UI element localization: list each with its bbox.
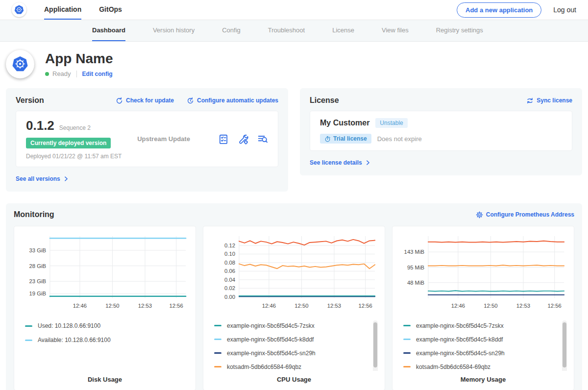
legend-color-dash — [403, 325, 411, 326]
refresh-icon — [116, 97, 123, 104]
tab-registry-settings[interactable]: Registry settings — [436, 20, 483, 41]
trial-license-badge: Trial license — [320, 134, 371, 144]
version-source: Upstream Update — [137, 135, 218, 143]
legend-scrollbar-track[interactable] — [562, 320, 567, 371]
svg-text:12:50: 12:50 — [105, 303, 119, 309]
legend-item: example-nginx-5bc6f5d4c5-7zskx — [403, 321, 555, 330]
legend-color-dash — [214, 339, 221, 340]
monitoring-title: Monitoring — [14, 210, 54, 219]
legend-label: example-nginx-5bc6f5d4c5-sn29h — [227, 350, 316, 357]
deployed-badge: Currently deployed version — [26, 138, 111, 148]
legend-label: example-nginx-5bc6f5d4c5-k8ddf — [416, 336, 503, 343]
cards-row: Version Check for update Configure autom… — [6, 88, 582, 192]
legend-color-dash — [403, 352, 411, 354]
tab-config[interactable]: Config — [222, 20, 241, 41]
legend-scrollbar-track[interactable] — [373, 320, 378, 371]
svg-text:33 GiB: 33 GiB — [29, 247, 47, 253]
configure-automatic-updates-link[interactable]: Configure automatic updates — [187, 97, 278, 104]
svg-text:0.00: 0.00 — [224, 294, 235, 300]
monitoring-section: Monitoring Configure Prometheus Address … — [6, 203, 582, 390]
tab-dashboard-label: Dashboard — [92, 26, 125, 34]
tab-application-label: Application — [44, 5, 81, 13]
legend-label: Available: 10.128.0.66:9100 — [38, 337, 111, 343]
svg-text:12:53: 12:53 — [327, 303, 341, 309]
chevron-right-icon — [63, 176, 69, 182]
svg-text:48 MiB: 48 MiB — [407, 280, 424, 286]
license-detail-row: My Customer Unstable Trial license Does … — [310, 111, 572, 151]
svg-text:28 GiB: 28 GiB — [29, 263, 47, 269]
top-nav-spacer — [122, 0, 457, 20]
check-for-update-link[interactable]: Check for update — [116, 97, 174, 104]
sync-license-link[interactable]: Sync license — [526, 97, 572, 104]
tab-troubleshoot[interactable]: Troubleshoot — [268, 20, 305, 41]
gear-icon — [476, 211, 483, 219]
edit-config-icon[interactable] — [238, 134, 248, 145]
svg-text:12:56: 12:56 — [359, 303, 372, 309]
legend-label: Used: 10.128.0.66:9100 — [38, 322, 100, 329]
divider — [76, 71, 77, 77]
chart-title: Disk Usage — [20, 371, 190, 383]
see-license-details-label: See license details — [310, 159, 362, 166]
svg-text:0.12: 0.12 — [224, 243, 235, 248]
charts-grid: 33 GiB28 GiB23 GiB19 GiB12:4612:5012:531… — [14, 226, 574, 390]
svg-text:12:56: 12:56 — [170, 303, 183, 309]
sync-icon — [526, 97, 534, 104]
tab-version-history[interactable]: Version history — [153, 20, 195, 41]
app-sub-nav: Dashboard Version history Config Trouble… — [0, 20, 588, 42]
disk-usage-chart: 33 GiB28 GiB23 GiB19 GiB12:4612:5012:531… — [20, 231, 190, 315]
chart-title: Memory Usage — [398, 371, 568, 383]
see-license-details-link[interactable]: See license details — [310, 159, 371, 166]
check-for-update-label: Check for update — [126, 97, 174, 104]
license-card-title: License — [310, 96, 339, 105]
disk-usage-legend: Used: 10.128.0.66:9100Available: 10.128.… — [20, 319, 190, 371]
legend-scrollbar-thumb[interactable] — [563, 322, 566, 367]
add-application-button[interactable]: Add a new application — [457, 2, 541, 18]
svg-text:12:56: 12:56 — [548, 303, 562, 309]
tab-gitops[interactable]: GitOps — [99, 0, 122, 20]
legend-color-dash — [403, 339, 411, 340]
license-expiry: Does not expire — [377, 135, 422, 143]
legend-label: example-nginx-5bc6f5d4c5-sn29h — [416, 350, 505, 357]
tab-view-files[interactable]: View files — [382, 20, 409, 41]
tab-license[interactable]: License — [332, 20, 354, 41]
legend-item: example-nginx-5bc6f5d4c5-sn29h — [214, 349, 366, 357]
top-nav-tabs: Application GitOps — [44, 0, 122, 20]
deployed-date: Deployed 01/21/22 @ 11:57 am EST — [26, 153, 137, 160]
license-card: License Sync license My Customer Unstabl… — [300, 88, 582, 175]
preflight-checks-icon[interactable] — [218, 134, 229, 145]
app-kubernetes-icon — [6, 50, 34, 78]
legend-label: kotsadm-5db6dc6584-69qbz — [227, 364, 301, 370]
legend-item: kotsadm-5db6dc6584-69qbz — [214, 363, 366, 371]
chart-title: CPU Usage — [209, 371, 379, 383]
svg-text:12:53: 12:53 — [138, 303, 152, 309]
tab-application[interactable]: Application — [44, 0, 81, 20]
tab-troubleshoot-label: Troubleshoot — [268, 26, 305, 34]
app-header: App Name Ready Edit config — [0, 42, 588, 88]
svg-text:143 MiB: 143 MiB — [404, 249, 424, 255]
view-logs-icon[interactable] — [257, 134, 268, 145]
configure-automatic-updates-label: Configure automatic updates — [197, 97, 278, 104]
svg-text:12:46: 12:46 — [73, 303, 87, 309]
clock-refresh-icon — [187, 97, 194, 104]
svg-text:0.06: 0.06 — [224, 268, 235, 274]
edit-config-link[interactable]: Edit config — [82, 71, 113, 77]
logout-button[interactable]: Log out — [553, 6, 576, 14]
status-badge: Ready — [52, 70, 71, 77]
trial-license-label: Trial license — [333, 135, 367, 142]
legend-item: Available: 10.128.0.66:9100 — [25, 336, 177, 344]
customer-name: My Customer — [320, 119, 369, 127]
tab-dashboard[interactable]: Dashboard — [92, 20, 125, 41]
svg-text:12:53: 12:53 — [516, 303, 530, 309]
legend-scrollbar-thumb[interactable] — [373, 322, 377, 367]
legend-color-dash — [25, 340, 32, 341]
legend-item: example-nginx-5bc6f5d4c5-7zskx — [214, 321, 366, 330]
configure-prometheus-link[interactable]: Configure Prometheus Address — [476, 211, 574, 219]
page-title: App Name — [45, 51, 113, 67]
legend-item: example-nginx-5bc6f5d4c5-k8ddf — [214, 335, 366, 343]
cpu-usage-chart-card: 0.120.100.080.060.040.020.0012:4612:5012… — [203, 226, 385, 390]
channel-badge: Unstable — [375, 118, 407, 128]
version-card: Version Check for update Configure autom… — [6, 88, 288, 192]
legend-color-dash — [25, 325, 32, 327]
legend-color-dash — [214, 352, 221, 354]
see-all-versions-link[interactable]: See all versions — [16, 175, 69, 182]
